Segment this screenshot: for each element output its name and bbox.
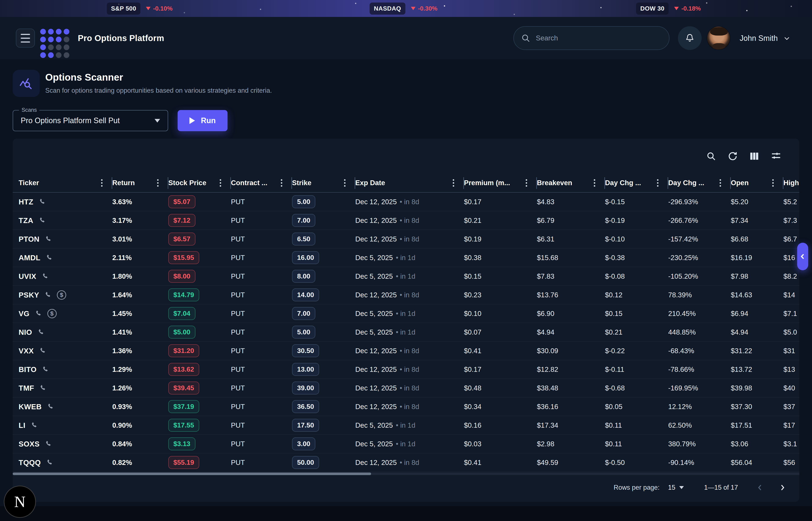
table-row[interactable]: NIO $ 1.41% $5.00 PUT 5.00 Dec 5, 2025 •…: [13, 323, 799, 342]
phone-icon[interactable]: [45, 235, 52, 243]
avatar[interactable]: [707, 26, 731, 50]
phone-icon[interactable]: [47, 403, 54, 410]
refresh-button[interactable]: [727, 151, 738, 161]
column-header[interactable]: Stock Price: [168, 174, 231, 192]
table-row[interactable]: PTON $ 3.01% $6.57 PUT 6.50 Dec 12, 2025…: [13, 230, 799, 248]
column-header[interactable]: Ticker: [19, 174, 112, 192]
stock-price-pill: $55.19: [168, 456, 199, 469]
breakeven-value: $38.48: [537, 384, 558, 392]
column-header[interactable]: Day Chg ...: [605, 174, 668, 192]
contract-type: PUT: [231, 440, 245, 448]
stock-price-pill: $3.13: [168, 437, 195, 450]
notifications-button[interactable]: [678, 26, 701, 50]
rows-per-page-select[interactable]: 15: [668, 484, 684, 491]
column-menu-icon[interactable]: [772, 179, 774, 187]
column-menu-icon[interactable]: [453, 179, 454, 187]
breakeven-value: $6.90: [537, 310, 554, 318]
phone-icon[interactable]: [45, 254, 53, 262]
column-header[interactable]: Contract ...: [231, 174, 292, 192]
contract-type: PUT: [231, 291, 245, 299]
table-row[interactable]: VXX $ 1.36% $31.20 PUT 30.50 Dec 12, 202…: [13, 342, 799, 360]
table-row[interactable]: SOXS $ 0.84% $3.13 PUT 3.00 Dec 5, 2025 …: [13, 435, 799, 453]
phone-icon[interactable]: [39, 217, 46, 224]
column-menu-icon[interactable]: [157, 179, 159, 187]
exp-date: Dec 12, 2025: [355, 291, 397, 299]
column-header[interactable]: Strike: [292, 174, 355, 192]
n-widget-button[interactable]: N: [4, 486, 36, 518]
market-item-dow30: DOW 30 -0.18%: [636, 0, 701, 17]
phone-icon[interactable]: [35, 310, 42, 317]
pagination-range: 1—15 of 17: [704, 484, 738, 491]
scans-select[interactable]: Scans Pro Options Platform Sell Put: [13, 110, 168, 131]
column-menu-icon[interactable]: [344, 179, 345, 187]
column-header[interactable]: Open: [731, 174, 784, 192]
contract-type: PUT: [231, 328, 245, 336]
phone-icon[interactable]: [42, 273, 49, 280]
high-value: $7.1: [784, 310, 797, 318]
table-row[interactable]: VG $ 1.45% $7.04 PUT 7.00 Dec 5, 2025 • …: [13, 304, 799, 323]
column-header[interactable]: Breakeven: [537, 174, 605, 192]
table-row[interactable]: KWEB $ 0.93% $37.19 PUT 36.50 Dec 12, 20…: [13, 398, 799, 416]
columns-button[interactable]: [749, 151, 760, 161]
table-row[interactable]: AMDL $ 2.11% $15.95 PUT 16.00 Dec 5, 202…: [13, 248, 799, 267]
breakeven-value: $13.76: [537, 291, 558, 299]
search-input[interactable]: [536, 34, 662, 42]
table-row[interactable]: PSKY $ 1.64% $14.79 PUT 14.00 Dec 12, 20…: [13, 286, 799, 304]
exp-relative: • in 8d: [400, 198, 419, 206]
high-value: $37: [784, 403, 795, 411]
column-menu-icon[interactable]: [720, 179, 721, 187]
horizontal-scrollbar-thumb[interactable]: [13, 473, 371, 475]
column-menu-icon[interactable]: [220, 179, 221, 187]
premium-value: $0.15: [464, 272, 481, 280]
next-page-button[interactable]: [778, 483, 787, 492]
table-row[interactable]: LI $ 0.90% $17.55 PUT 17.50 Dec 5, 2025 …: [13, 416, 799, 435]
chevron-down-icon: [783, 35, 790, 42]
phone-icon[interactable]: [42, 366, 49, 373]
breakeven-value: $2.98: [537, 440, 554, 448]
search-bar[interactable]: [514, 26, 669, 50]
side-panel-expander[interactable]: [797, 243, 808, 270]
column-menu-icon[interactable]: [101, 179, 102, 187]
column-menu-icon[interactable]: [281, 179, 282, 187]
run-button[interactable]: Run: [177, 110, 228, 131]
table-search-button[interactable]: [706, 151, 716, 161]
day-change-pct: -78.66%: [668, 365, 694, 373]
column-menu-icon[interactable]: [657, 179, 659, 187]
column-menu-icon[interactable]: [526, 179, 527, 187]
table-row[interactable]: UVIX $ 1.80% $8.00 PUT 8.00 Dec 5, 2025 …: [13, 267, 799, 286]
phone-icon[interactable]: [39, 384, 47, 392]
column-header[interactable]: Return: [112, 174, 168, 192]
phone-icon[interactable]: [39, 198, 46, 206]
filter-settings-button[interactable]: [770, 151, 782, 162]
menu-button[interactable]: [16, 28, 35, 48]
page-background: S&P 500 -0.10% NASDAQ -0.30% DOW 30 -0.1…: [0, 0, 812, 506]
table-row[interactable]: TZA $ 3.17% $7.12 PUT 7.00 Dec 12, 2025 …: [13, 211, 799, 230]
previous-page-button[interactable]: [756, 483, 764, 492]
column-header[interactable]: High: [784, 174, 799, 192]
day-change-value: $-0.10: [605, 235, 625, 243]
day-change-pct: 78.39%: [668, 291, 692, 299]
day-change-value: $-0.38: [605, 254, 625, 262]
day-change-pct: -266.76%: [668, 217, 698, 225]
column-header[interactable]: Premium (m...: [464, 174, 537, 192]
phone-icon[interactable]: [37, 329, 45, 336]
phone-icon[interactable]: [46, 459, 53, 467]
day-change-value: $-0.08: [605, 272, 625, 280]
stock-price-pill: $8.00: [168, 270, 195, 283]
column-header-label: Breakeven: [537, 179, 572, 187]
table-row[interactable]: TQQQ $ 0.82% $55.19 PUT 50.00 Dec 12, 20…: [13, 453, 799, 472]
column-header[interactable]: Day Chg ...: [668, 174, 731, 192]
ticker-symbol: PSKY: [19, 291, 39, 299]
exp-relative: • in 8d: [400, 235, 419, 243]
column-menu-icon[interactable]: [594, 179, 595, 187]
table-row[interactable]: HTZ $ 3.63% $5.07 PUT 5.00 Dec 12, 2025 …: [13, 192, 799, 211]
phone-icon[interactable]: [30, 422, 38, 429]
table-row[interactable]: BITO $ 1.29% $13.62 PUT 13.00 Dec 12, 20…: [13, 360, 799, 379]
table-row[interactable]: TMF $ 1.26% $39.45 PUT 39.00 Dec 12, 202…: [13, 379, 799, 398]
column-header[interactable]: Exp Date: [355, 174, 464, 192]
phone-icon[interactable]: [45, 440, 52, 448]
phone-icon[interactable]: [44, 291, 52, 299]
phone-icon[interactable]: [39, 347, 47, 355]
premium-value: $0.23: [464, 291, 481, 299]
user-menu[interactable]: John Smith: [740, 34, 790, 43]
